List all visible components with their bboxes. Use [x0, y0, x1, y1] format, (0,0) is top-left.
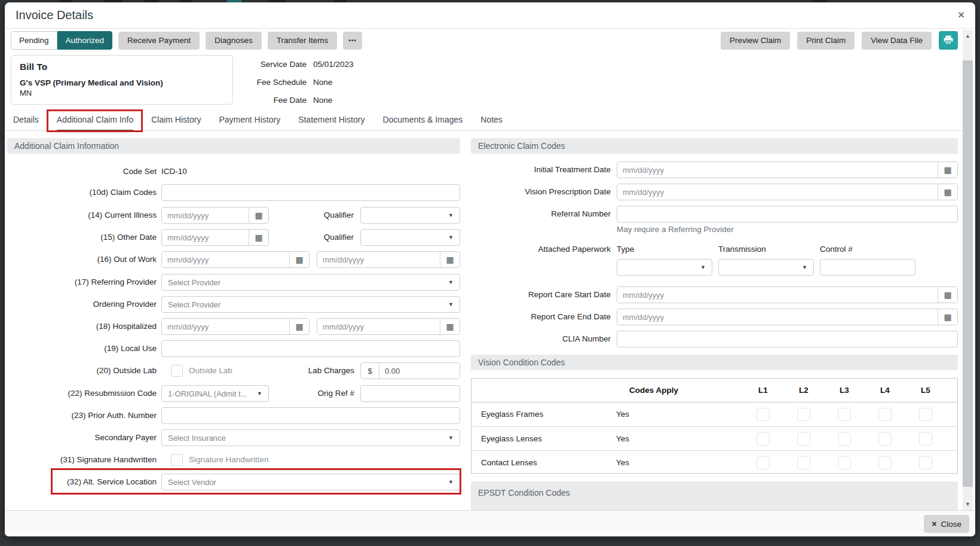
preview-claim-button[interactable]: Preview Claim	[721, 32, 790, 50]
l4-checkbox[interactable]	[878, 432, 892, 446]
codes-apply-value: Yes	[616, 402, 629, 426]
table-row: Contact Lenses Yes	[471, 450, 957, 474]
other-date-input[interactable]	[162, 230, 249, 245]
l2-checkbox[interactable]	[797, 456, 810, 469]
tab-additional-claim-info[interactable]: Additional Claim Info	[57, 112, 133, 132]
prior-auth-input[interactable]	[161, 407, 460, 424]
calendar-icon[interactable]: ▦	[440, 319, 460, 334]
close-button[interactable]: × Close	[924, 515, 969, 533]
current-illness-date-input[interactable]	[162, 208, 249, 223]
referral-number-input[interactable]	[617, 206, 958, 222]
calendar-icon[interactable]: ▦	[289, 319, 309, 334]
l5-checkbox[interactable]	[919, 456, 932, 469]
alt-service-location-select[interactable]: Select Vendor ▼	[161, 474, 460, 490]
current-illness-qualifier-select[interactable]: ▼	[360, 207, 460, 224]
report-end-date-input[interactable]	[617, 309, 938, 325]
referral-note: May require a Referring Provider	[617, 225, 734, 234]
other-date-row: (15) Other Date ▦ Qualifier ▼	[5, 229, 460, 246]
transfer-items-button[interactable]: Transfer Items	[268, 32, 338, 50]
l2-header: L2	[792, 379, 816, 402]
tab-payment-history[interactable]: Payment History	[219, 112, 280, 132]
vision-codes-section-header: Vision Condition Codes	[471, 355, 958, 370]
calendar-icon[interactable]: ▦	[938, 162, 957, 178]
scroll-down-icon[interactable]: ▼	[963, 499, 973, 509]
l2-checkbox[interactable]	[797, 408, 810, 421]
report-start-label: Report Care Start Date	[471, 286, 611, 303]
ordering-provider-select[interactable]: Select Provider ▼	[161, 296, 460, 313]
l5-checkbox[interactable]	[919, 408, 932, 421]
resubmission-select[interactable]: 1-ORIGINAL (Admit t... ▼	[161, 385, 269, 402]
secondary-payer-select[interactable]: Select Insurance ▼	[161, 429, 460, 446]
qualifier-label: Qualifier	[302, 207, 354, 224]
calendar-icon[interactable]: ▦	[289, 252, 309, 267]
more-actions-button[interactable]: •••	[343, 32, 362, 50]
printer-icon	[944, 35, 953, 46]
calendar-icon[interactable]: ▦	[249, 230, 268, 245]
tab-notes[interactable]: Notes	[480, 112, 503, 132]
control-number-input[interactable]	[820, 259, 915, 276]
tab-claim-history[interactable]: Claim History	[151, 112, 201, 132]
other-date-qualifier-select[interactable]: ▼	[360, 229, 460, 246]
tab-details[interactable]: Details	[13, 112, 39, 132]
resubmission-value: 1-ORIGINAL (Admit t...	[168, 389, 253, 398]
l3-checkbox[interactable]	[838, 408, 851, 421]
local-use-input[interactable]	[161, 340, 460, 357]
initial-treatment-label: Initial Treatment Date	[471, 161, 611, 178]
prior-auth-label: (23) Prior Auth. Number	[5, 407, 157, 424]
l5-checkbox[interactable]	[919, 432, 932, 446]
calendar-icon[interactable]: ▦	[440, 252, 460, 267]
hospitalized-end-input[interactable]	[317, 319, 440, 334]
calendar-icon[interactable]: ▦	[938, 309, 957, 325]
calendar-icon[interactable]: ▦	[249, 208, 268, 223]
calendar-icon[interactable]: ▦	[938, 184, 957, 200]
close-icon[interactable]: ×	[958, 8, 964, 22]
lab-charges-input[interactable]	[379, 363, 460, 379]
clia-input[interactable]	[617, 331, 958, 347]
vision-rx-date-input[interactable]	[617, 184, 938, 200]
calendar-icon[interactable]: ▦	[938, 287, 957, 303]
code-set-row: Code Set ICD-10	[5, 163, 460, 180]
diagnoses-button[interactable]: Diagnoses	[206, 32, 262, 50]
pending-button[interactable]: Pending	[11, 31, 57, 50]
l4-checkbox[interactable]	[878, 408, 892, 421]
scrollbar-thumb[interactable]	[963, 60, 973, 487]
signature-checkbox[interactable]	[171, 454, 183, 466]
report-end-date-field: ▦	[617, 309, 958, 325]
tab-statement-history[interactable]: Statement History	[298, 112, 365, 132]
report-start-date-input[interactable]	[617, 287, 938, 303]
out-of-work-start-input[interactable]	[162, 252, 289, 267]
claim-codes-input[interactable]	[161, 184, 460, 201]
print-button[interactable]	[939, 31, 958, 50]
report-end-row: Report Care End Date ▦	[471, 309, 958, 325]
print-claim-button[interactable]: Print Claim	[797, 32, 855, 50]
tab-documents-images[interactable]: Documents & Images	[382, 112, 463, 132]
code-set-label: Code Set	[5, 163, 157, 180]
paperwork-type-select[interactable]: ▼	[617, 259, 712, 276]
l2-checkbox[interactable]	[797, 432, 810, 446]
hospitalized-row: (18) Hospitalized ▦ ▦	[5, 318, 460, 335]
receive-payment-button[interactable]: Receive Payment	[118, 32, 200, 50]
scroll-up-icon[interactable]: ▲	[963, 31, 973, 41]
hospitalized-end-field: ▦	[317, 318, 460, 335]
out-of-work-end-input[interactable]	[317, 252, 440, 267]
signature-label: (31) Signature Handwritten	[5, 452, 157, 468]
chevron-down-icon: ▼	[448, 479, 454, 485]
paperwork-transmission-select[interactable]: ▼	[718, 259, 814, 276]
initial-treatment-date-input[interactable]	[617, 162, 938, 178]
outside-lab-label: (20) Outside Lab	[5, 362, 157, 379]
l3-checkbox[interactable]	[838, 432, 851, 446]
view-data-file-button[interactable]: View Data File	[862, 32, 932, 50]
l4-checkbox[interactable]	[878, 456, 892, 469]
orig-ref-input[interactable]	[360, 385, 460, 402]
l1-checkbox[interactable]	[757, 456, 770, 469]
referring-provider-select[interactable]: Select Provider ▼	[161, 274, 460, 291]
outside-lab-checkbox[interactable]	[171, 365, 183, 377]
claim-codes-row: (10d) Claim Codes	[5, 184, 460, 201]
l1-checkbox[interactable]	[757, 432, 770, 446]
tabs-divider	[5, 130, 975, 131]
l1-checkbox[interactable]	[757, 408, 770, 421]
authorized-button[interactable]: Authorized	[57, 31, 113, 50]
scrollbar[interactable]: ▲ ▼	[963, 30, 973, 510]
l3-checkbox[interactable]	[838, 456, 851, 469]
hospitalized-start-input[interactable]	[162, 319, 289, 334]
